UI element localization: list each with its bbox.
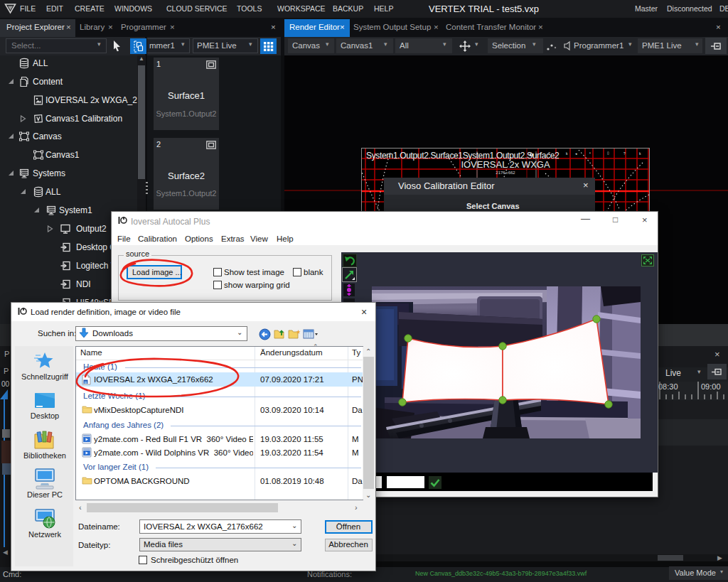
svg-text:•: • (589, 151, 591, 155)
svg-text:▯: ▯ (607, 151, 609, 155)
svg-text:?: ? (623, 151, 626, 156)
svg-text:◂: ◂ (575, 151, 577, 156)
svg-text:k: k (639, 151, 641, 156)
svg-text:k: k (566, 151, 568, 156)
